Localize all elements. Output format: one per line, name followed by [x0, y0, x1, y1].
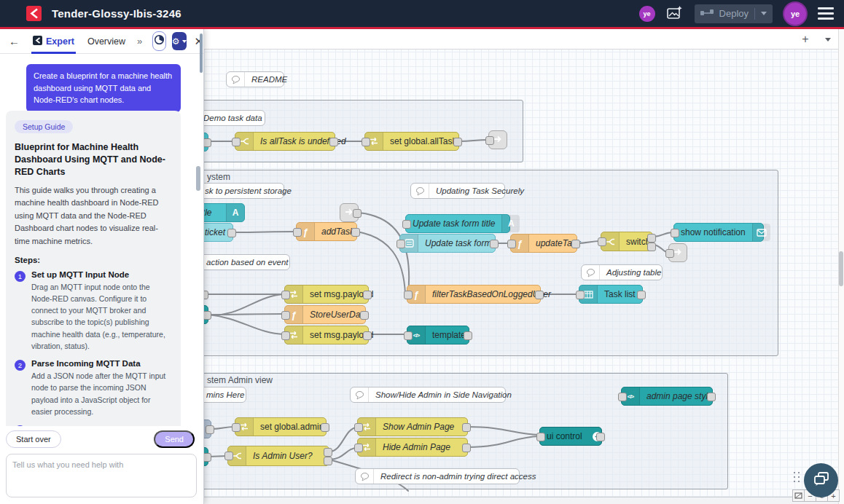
tab-expert[interactable]: Expert: [33, 29, 74, 54]
settings-menu-button[interactable]: ⚙: [172, 32, 187, 50]
node-function-updatetask[interactable]: ƒ updateTask: [510, 234, 577, 253]
node-change-set-payload-1[interactable]: set msg.payload: [284, 285, 369, 304]
node-ui-update-form-title[interactable]: Update task form title A: [405, 214, 510, 233]
node-switch-2[interactable]: switch: [601, 232, 653, 251]
port[interactable]: [637, 291, 646, 299]
add-flow-button[interactable]: +: [799, 33, 812, 46]
port[interactable]: [671, 229, 679, 237]
port[interactable]: [647, 234, 656, 243]
port[interactable]: [321, 423, 329, 432]
deploy-caret-icon[interactable]: [761, 12, 767, 15]
setup-guide-badge: Setup Guide: [15, 120, 73, 133]
flowfuse-logo-icon[interactable]: [26, 6, 42, 21]
more-tabs-icon[interactable]: »: [137, 36, 142, 47]
port[interactable]: [490, 240, 499, 248]
port[interactable]: [618, 393, 627, 401]
chat-fab-button[interactable]: [804, 463, 838, 497]
port[interactable]: [354, 444, 363, 452]
flow-list-caret-icon[interactable]: [825, 38, 831, 42]
node-change-set-global-alltask[interactable]: set global.allTask: [364, 132, 459, 151]
port[interactable]: [453, 138, 462, 146]
node-ui-update-form[interactable]: Update task form: [399, 234, 496, 253]
port[interactable]: [293, 228, 302, 237]
node-comment-readme[interactable]: README: [226, 71, 284, 87]
group-demo-task[interactable]: [187, 100, 523, 162]
node-comment-adjusting-table[interactable]: Adjusting table: [581, 264, 663, 280]
node-change-hide-admin[interactable]: Hide Admin Page: [357, 438, 468, 457]
port[interactable]: [402, 220, 411, 229]
port[interactable]: [396, 240, 405, 248]
port[interactable]: [227, 229, 236, 237]
send-button[interactable]: Send: [154, 430, 195, 448]
avatar-large[interactable]: ye: [784, 3, 806, 25]
port[interactable]: [362, 138, 370, 146]
node-change-show-admin[interactable]: Show Admin Page: [357, 417, 468, 436]
tab-overview[interactable]: Overview: [87, 29, 125, 54]
port[interactable]: [598, 237, 606, 246]
chat-scroll-area[interactable]: Create a blueprint for a machine health …: [0, 54, 203, 426]
sidebar-resize-handle[interactable]: [196, 166, 200, 191]
node-ui-show-notification[interactable]: show notification: [673, 223, 764, 242]
port[interactable]: [707, 393, 716, 401]
port[interactable]: [281, 291, 290, 299]
node-switch-is-alltask[interactable]: Is allTask is undefined: [235, 132, 335, 151]
back-arrow-icon[interactable]: ←: [9, 35, 20, 47]
port[interactable]: [281, 331, 290, 340]
ai-image-icon[interactable]: [667, 5, 683, 23]
node-comment-showhide-admin[interactable]: Show/Hide Admin in Side Navigation: [350, 387, 506, 403]
sidebar-scrollbar-thumb[interactable]: [200, 34, 203, 73]
port[interactable]: [232, 423, 241, 432]
node-function-filtertask[interactable]: ƒ filterTaskBasedOnLoggedUser: [407, 285, 541, 304]
port[interactable]: [232, 138, 241, 146]
node-link-out-2[interactable]: [668, 243, 687, 262]
assistant-drag-handle[interactable]: [794, 472, 800, 487]
port[interactable]: [571, 240, 580, 248]
port[interactable]: [464, 331, 472, 340]
node-function-addtask[interactable]: ƒ addTask: [296, 222, 357, 241]
port[interactable]: [363, 291, 372, 299]
port[interactable]: [324, 457, 332, 465]
port[interactable]: [351, 228, 360, 237]
port[interactable]: [536, 433, 545, 441]
port[interactable]: [576, 291, 585, 299]
port[interactable]: [485, 136, 494, 145]
port[interactable]: [507, 240, 516, 248]
node-function-storeuserdata[interactable]: ƒ StoreUserData: [284, 305, 366, 324]
port[interactable]: [596, 433, 605, 441]
port[interactable]: [224, 452, 233, 460]
node-link-in-1[interactable]: [340, 203, 359, 222]
port[interactable]: [535, 291, 544, 299]
port[interactable]: [281, 311, 290, 320]
node-switch-is-admin[interactable]: Is Admin User?: [227, 446, 329, 466]
port[interactable]: [354, 423, 363, 432]
node-comment-updating-task[interactable]: Updating Task Securely: [410, 183, 505, 199]
port[interactable]: [363, 331, 372, 340]
port[interactable]: [647, 243, 656, 251]
port[interactable]: [462, 423, 471, 432]
port[interactable]: [462, 444, 471, 452]
node-ui-control[interactable]: ui control: [539, 427, 602, 446]
port[interactable]: [206, 425, 214, 434]
port[interactable]: [360, 311, 369, 320]
canvas-vscrollbar-thumb[interactable]: [839, 251, 843, 286]
port[interactable]: [665, 249, 674, 258]
port[interactable]: [324, 448, 332, 457]
node-change-set-payload-2[interactable]: set msg.payload: [284, 326, 369, 344]
chat-input[interactable]: [6, 454, 197, 497]
avatar-small[interactable]: ye: [639, 6, 655, 22]
deploy-button[interactable]: Deploy: [695, 4, 773, 23]
port[interactable]: [329, 138, 338, 146]
node-change-set-admins[interactable]: set global.admins: [235, 417, 327, 436]
node-template[interactable]: </> template: [407, 326, 469, 344]
port[interactable]: [404, 291, 413, 299]
port[interactable]: [353, 209, 362, 218]
node-link-out-1[interactable]: [488, 130, 507, 149]
chart-view-button[interactable]: [152, 31, 165, 51]
start-over-button[interactable]: Start over: [6, 430, 61, 448]
port[interactable]: [404, 331, 413, 340]
navigator-button[interactable]: [792, 489, 805, 502]
node-comment-redirect[interactable]: Redirect is non-admin trying direct acce…: [355, 468, 520, 484]
hamburger-menu-icon[interactable]: [818, 7, 834, 20]
node-template-admin-style[interactable]: </> admin page style: [621, 387, 713, 406]
node-ui-task-list[interactable]: Task list: [579, 285, 643, 304]
